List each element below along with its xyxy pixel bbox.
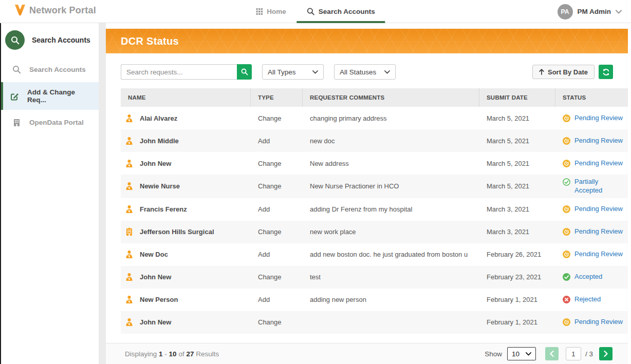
status-link[interactable]: Pending Review: [574, 227, 623, 236]
cell-status: Pending Review: [555, 156, 628, 171]
sidebar: Search Accounts Search AccountsAdd & Cha…: [0, 23, 99, 364]
entity-name: Alai Alvarez: [140, 114, 177, 122]
cell-type: Add: [251, 202, 303, 216]
status-pending-icon: [563, 160, 570, 167]
cell-submit-date: February 1, 2021: [479, 293, 555, 306]
cell-comments: new work place: [303, 225, 479, 239]
status-link[interactable]: Pending Review: [574, 159, 623, 168]
table-row[interactable]: John NewChangeFebruary 1, 2021Pending Re…: [121, 311, 628, 334]
current-page-input[interactable]: [566, 347, 581, 360]
main-content: DCR Status All Types All Statuses: [106, 23, 628, 364]
table-row[interactable]: New DocAddadd new boston doc. he just gr…: [121, 243, 628, 266]
range-end: 10: [169, 350, 177, 358]
status-link[interactable]: Partially Accepted: [574, 178, 623, 195]
nav-tab-home-label: Home: [267, 8, 286, 15]
search-icon: [241, 68, 248, 75]
cell-type: Add: [251, 247, 303, 261]
avatar: PA: [558, 4, 573, 20]
status-link[interactable]: Pending Review: [574, 205, 623, 214]
column-header-date[interactable]: SUBMIT DATE: [479, 88, 555, 107]
filter-toolbar: All Types All Statuses Sort By Date: [121, 64, 613, 80]
chevron-down-icon: [384, 70, 390, 74]
building-icon: [12, 118, 21, 127]
page-size-value: 10: [512, 350, 519, 358]
search-icon: [307, 8, 314, 15]
status-pending-icon: [563, 228, 570, 236]
table-row[interactable]: John NewChangetestFebruary 23, 2021Accep…: [121, 266, 628, 289]
status-filter-dropdown[interactable]: All Statuses: [334, 64, 396, 80]
type-filter-dropdown[interactable]: All Types: [262, 64, 324, 80]
table-row[interactable]: John MiddleAddnew docMarch 5, 2021Pendin…: [121, 129, 628, 152]
sidebar-items: Search AccountsAdd & Change Req...OpenDa…: [1, 59, 99, 133]
sidebar-item-opendata-portal[interactable]: OpenData Portal: [1, 112, 99, 133]
table-row[interactable]: John NewChangeNew addressMarch 5, 2021Pe…: [121, 152, 628, 175]
status-rejected-icon: [563, 296, 570, 303]
table-row[interactable]: New PersonAddadding new personFebruary 1…: [121, 289, 628, 311]
column-header-type[interactable]: TYPE: [251, 88, 303, 107]
search-button[interactable]: [237, 64, 252, 80]
user-name: PM Admin: [578, 8, 611, 15]
cell-name: Alai Alvarez: [121, 111, 251, 126]
brand-name: Network Portal: [29, 5, 96, 16]
cell-name: John New: [121, 315, 251, 330]
nav-tab-search-accounts[interactable]: Search Accounts: [296, 0, 385, 23]
edit-icon: [10, 92, 19, 101]
sidebar-item-search-accounts[interactable]: Search Accounts: [1, 59, 99, 80]
status-partial-icon: [563, 178, 570, 186]
cell-status: Rejected: [555, 292, 628, 307]
table-row[interactable]: Alai AlvarezChangechanging primary addre…: [121, 107, 628, 129]
arrow-up-icon: [539, 69, 544, 75]
sidebar-primary-search-accounts[interactable]: Search Accounts: [1, 23, 99, 57]
nav-tab-home[interactable]: Home: [246, 0, 296, 23]
table-body: Alai AlvarezChangechanging primary addre…: [121, 107, 628, 334]
dcr-table: NAME TYPE REQUESTER COMMENTS SUBMIT DATE…: [121, 88, 628, 334]
status-link[interactable]: Pending Review: [574, 137, 623, 145]
column-header-name[interactable]: NAME: [121, 88, 251, 107]
nav-tab-search-accounts-label: Search Accounts: [319, 8, 375, 15]
person-icon: [125, 273, 134, 281]
status-link[interactable]: Pending Review: [574, 114, 623, 123]
person-icon: [125, 159, 134, 168]
cell-name: John Middle: [121, 133, 251, 148]
app-window: Network Portal Home Search Accounts: [0, 0, 631, 364]
next-page-button[interactable]: [599, 347, 613, 360]
cell-comments: changing primary address: [303, 111, 479, 125]
cell-type: Change: [251, 179, 303, 193]
column-header-comments[interactable]: REQUESTER COMMENTS: [303, 88, 479, 107]
sort-by-date-button[interactable]: Sort By Date: [532, 65, 595, 79]
status-filter-value: All Statuses: [340, 68, 376, 76]
cell-type: Add: [251, 293, 303, 306]
results-total: 27: [186, 350, 194, 358]
entity-name: Jefferson Hills Surgical: [140, 228, 214, 236]
column-header-status[interactable]: STATUS: [555, 88, 628, 107]
entity-name: Newie Nurse: [140, 182, 180, 190]
refresh-button[interactable]: [599, 65, 613, 79]
cell-submit-date: February 26, 2021: [479, 247, 555, 261]
table-row[interactable]: Francis FerenzAddadding Dr Ferenz from m…: [121, 198, 628, 221]
status-link[interactable]: Rejected: [574, 295, 601, 304]
cell-name: Newie Nurse: [121, 179, 251, 194]
status-pending-icon: [563, 318, 570, 326]
entity-name: John Middle: [140, 137, 179, 145]
status-link[interactable]: Pending Review: [574, 318, 623, 327]
table-row[interactable]: Newie NurseChangeNew Nurse Practioner in…: [121, 175, 628, 198]
status-link[interactable]: Accepted: [574, 273, 602, 281]
person-icon: [125, 137, 134, 145]
brand-logo[interactable]: Network Portal: [14, 4, 96, 16]
cell-comments: test: [303, 270, 479, 284]
sidebar-item-label: Add & Change Req...: [27, 88, 94, 104]
cell-type: Change: [251, 225, 303, 239]
range-start: 1: [159, 350, 163, 358]
cell-status: Pending Review: [555, 224, 628, 239]
sidebar-item-add-change-req[interactable]: Add & Change Req...: [1, 82, 99, 110]
table-row[interactable]: Jefferson Hills SurgicalChangenew work p…: [121, 221, 628, 243]
status-pending-icon: [563, 251, 570, 258]
page-size-select[interactable]: 10: [507, 347, 536, 360]
cell-status: Pending Review: [555, 315, 628, 330]
previous-page-button[interactable]: [545, 347, 559, 360]
search-input[interactable]: [121, 64, 237, 80]
chevron-left-icon: [550, 351, 554, 357]
status-link[interactable]: Pending Review: [574, 250, 623, 259]
cell-name: Jefferson Hills Surgical: [121, 224, 251, 239]
user-menu[interactable]: PA PM Admin: [558, 0, 622, 23]
